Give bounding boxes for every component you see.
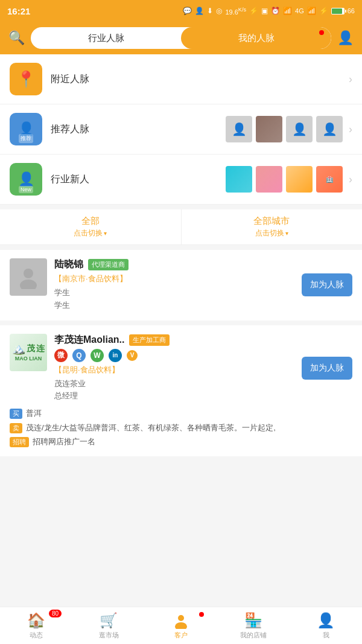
add-person-2-button[interactable]: 加为人脉 bbox=[302, 357, 352, 380]
signal-4g: 4G bbox=[295, 7, 304, 14]
avatar-4: 👤 bbox=[316, 116, 343, 142]
person-1-name-row: 陆晓锦 代理渠道商 bbox=[54, 258, 294, 271]
person-icon-green: 👤 bbox=[18, 171, 34, 187]
buy-text: 普洱 bbox=[26, 407, 42, 419]
recommended-icon-box: 👤 推荐 bbox=[10, 113, 42, 145]
avatar-new-3 bbox=[286, 166, 313, 193]
city-arrow: ▾ bbox=[285, 230, 288, 237]
recommended-chevron: › bbox=[349, 123, 352, 136]
filter-city-hint: 点击切换 ▾ bbox=[255, 228, 288, 238]
nearby-chevron: › bbox=[349, 73, 352, 86]
status-time: 16:21 bbox=[7, 6, 30, 16]
filter-category-hint: 点击切换 ▾ bbox=[74, 228, 107, 238]
battery-indicator bbox=[331, 8, 345, 14]
app-icon: ◎ bbox=[216, 7, 222, 15]
person-1-company: 学生 bbox=[54, 299, 294, 312]
location-icon: 📍 bbox=[16, 70, 36, 89]
recommended-section[interactable]: 👤 推荐 推荐人脉 👤 👤 👤 › bbox=[0, 104, 362, 155]
person-1-name: 陆晓锦 bbox=[54, 258, 83, 271]
battery-level: 66 bbox=[348, 7, 355, 14]
qq-icon: Q bbox=[72, 349, 86, 362]
header: 🔍 行业人脉 我的人脉 👤 bbox=[0, 22, 362, 54]
person-2-tag: 生产加工商 bbox=[129, 334, 170, 346]
new-industry-avatars: 🏥 bbox=[226, 166, 343, 193]
person-1-role: 学生 bbox=[54, 287, 294, 299]
wifi-icon: 📶 bbox=[283, 7, 292, 15]
recommend-badge: 推荐 bbox=[19, 134, 33, 143]
nearby-icon-box: 📍 bbox=[10, 63, 42, 95]
new-industry-label: 行业新人 bbox=[51, 173, 226, 186]
person-2-role: 总经理 bbox=[54, 390, 294, 403]
status-icons: 💬 👤 ⬇ ◎ 19.6K/s ⚡ ▣ ⏰ 📶 4G 📶 ⚡ 66 bbox=[183, 7, 355, 16]
sell-tag: 卖 bbox=[10, 423, 22, 433]
person-1-info: 陆晓锦 代理渠道商 【南京市·食品饮料】 学生 学生 bbox=[54, 258, 294, 312]
alarm-icon: ⏰ bbox=[271, 7, 280, 15]
filter-bar: 全部 点击切换 ▾ 全部城市 点击切换 ▾ bbox=[0, 209, 362, 245]
person-2-info: 李茂连Maolian.. 生产加工商 微 Q W in V 【昆明·食品饮料】 … bbox=[54, 334, 294, 403]
recommended-label: 推荐人脉 bbox=[51, 123, 226, 136]
person-card-2: 🏔️ 茂连 MAO LIAN 李茂连Maolian.. 生产加工商 微 Q W … bbox=[0, 325, 362, 456]
person-1-location: 【南京市·食品饮料】 bbox=[54, 273, 294, 284]
sim-icon: ▣ bbox=[261, 7, 268, 15]
svg-point-1 bbox=[20, 279, 37, 289]
add-person-1-button[interactable]: 加为人脉 bbox=[302, 273, 352, 296]
avatar-new-2 bbox=[256, 166, 282, 193]
avatar-new-4: 🏥 bbox=[316, 166, 343, 193]
person-2-sell: 卖 茂连/龙生/大益等品牌普洱、红茶、有机绿茶、各种晒青毛茶。一片起定, bbox=[10, 422, 352, 434]
person-icon: 👤 bbox=[195, 7, 204, 15]
speed-text: 19.6K/s bbox=[225, 7, 246, 16]
person-2-location: 【昆明·食品饮料】 bbox=[54, 365, 294, 375]
linkedin-icon: in bbox=[109, 349, 122, 362]
person-1-avatar bbox=[10, 258, 47, 296]
recruit-text: 招聘网店推广一名 bbox=[33, 436, 95, 448]
nearby-label: 附近人脉 bbox=[51, 73, 349, 86]
person-2-social: 微 Q W in V bbox=[54, 349, 294, 362]
person-2-company: 茂连茶业 bbox=[54, 378, 294, 391]
bluetooth-icon: ⚡ bbox=[249, 7, 258, 15]
usb-icon: ⬇ bbox=[207, 7, 213, 15]
wechat-icon: W bbox=[91, 349, 104, 362]
new-industry-icon-box: 👤 New bbox=[10, 163, 42, 196]
message-icon: 💬 bbox=[183, 7, 192, 15]
avatar-3: 👤 bbox=[286, 116, 313, 142]
person-2-buy: 买 普洱 bbox=[10, 407, 352, 419]
bottom-spacer bbox=[0, 461, 362, 503]
person-2-recruit: 招聘 招聘网店推广一名 bbox=[10, 436, 352, 448]
search-icon[interactable]: 🔍 bbox=[8, 30, 25, 46]
new-industry-chevron: › bbox=[349, 173, 352, 186]
weibo-icon: 微 bbox=[54, 349, 68, 362]
person-2-logo: 🏔️ 茂连 MAO LIAN bbox=[10, 334, 47, 371]
buy-tag: 买 bbox=[10, 409, 22, 419]
avatar-2 bbox=[256, 116, 282, 142]
new-badge: New bbox=[19, 186, 33, 193]
vip-badge: V bbox=[127, 350, 138, 361]
recommended-avatars: 👤 👤 👤 bbox=[226, 116, 343, 142]
tab-industry[interactable]: 行业人脉 bbox=[31, 27, 181, 49]
filter-city-value: 全部城市 bbox=[253, 215, 290, 227]
avatar-new-1 bbox=[226, 166, 252, 193]
person-1-top: 陆晓锦 代理渠道商 【南京市·食品饮料】 学生 学生 加为人脉 bbox=[10, 258, 352, 312]
svg-point-0 bbox=[24, 269, 33, 278]
filter-category[interactable]: 全部 点击切换 ▾ bbox=[0, 209, 182, 244]
charging-icon: ⚡ bbox=[319, 7, 328, 15]
person-2-top: 🏔️ 茂连 MAO LIAN 李茂连Maolian.. 生产加工商 微 Q W … bbox=[10, 334, 352, 403]
filter-category-value: 全部 bbox=[81, 215, 100, 227]
new-industry-section[interactable]: 👤 New 行业新人 🏥 › bbox=[0, 155, 362, 205]
notification-dot bbox=[319, 30, 324, 35]
person-card-1: 陆晓锦 代理渠道商 【南京市·食品饮料】 学生 学生 加为人脉 bbox=[0, 250, 362, 320]
recruit-tag: 招聘 bbox=[10, 437, 29, 447]
status-bar: 16:21 💬 👤 ⬇ ◎ 19.6K/s ⚡ ▣ ⏰ 📶 4G 📶 ⚡ 66 bbox=[0, 0, 362, 22]
tab-group: 行业人脉 我的人脉 bbox=[31, 27, 331, 49]
sell-text: 茂连/龙生/大益等品牌普洱、红茶、有机绿茶、各种晒青毛茶。一片起定, bbox=[26, 422, 276, 434]
section-list: 📍 附近人脉 › 👤 推荐 推荐人脉 👤 👤 👤 › 👤 New 行业新人 bbox=[0, 54, 362, 205]
nearby-section[interactable]: 📍 附近人脉 › bbox=[0, 54, 362, 104]
profile-icon[interactable]: 👤 bbox=[337, 30, 354, 46]
category-arrow: ▾ bbox=[104, 230, 107, 237]
filter-city[interactable]: 全部城市 点击切换 ▾ bbox=[182, 209, 363, 244]
person-2-name: 李茂连Maolian.. bbox=[54, 334, 124, 346]
person-1-tag: 代理渠道商 bbox=[88, 259, 129, 270]
person-2-name-row: 李茂连Maolian.. 生产加工商 bbox=[54, 334, 294, 346]
avatar-1: 👤 bbox=[226, 116, 252, 142]
tab-mynetwork[interactable]: 我的人脉 bbox=[181, 27, 331, 49]
signal-bars: 📶 bbox=[307, 7, 316, 15]
